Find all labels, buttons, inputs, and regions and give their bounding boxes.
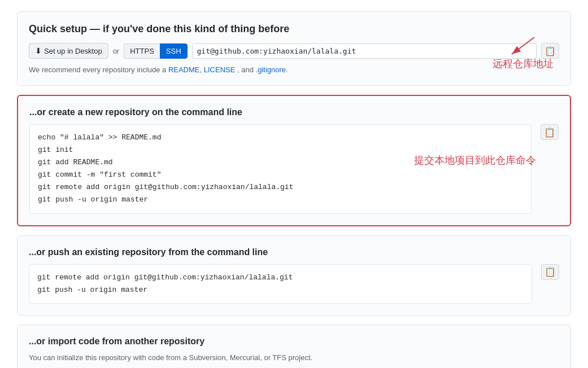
copy-push-button[interactable]: 📋	[541, 264, 559, 280]
create-new-title: ...or create a new repository on the com…	[29, 107, 559, 117]
repo-url-input[interactable]	[192, 43, 537, 59]
push-existing-title: ...or push an existing repository from t…	[29, 247, 559, 257]
svg-line-1	[512, 37, 534, 54]
url-row: ⬇ Set up in Desktop or HTTPS SSH 📋	[29, 43, 559, 59]
import-code-section: ...or import code from another repositor…	[17, 325, 571, 368]
clipboard-icon-2: 📋	[544, 127, 555, 138]
annotation-label: 远程仓库地址	[493, 57, 554, 71]
copy-push-area: 📋	[541, 264, 559, 280]
recommend-text: We recommend every repository include a …	[29, 65, 559, 74]
import-description: You can initialize this repository with …	[29, 353, 559, 362]
clipboard-icon-3: 📋	[545, 266, 556, 277]
push-existing-body: git remote add origin git@github.com:yiz…	[29, 264, 559, 304]
readme-link[interactable]: README	[168, 65, 200, 74]
remote-url-annotation: 远程仓库地址	[493, 34, 554, 71]
https-button[interactable]: HTTPS	[124, 43, 160, 59]
push-existing-code: git remote add origin git@github.com:yiz…	[29, 264, 532, 304]
create-new-section: ...or create a new repository on the com…	[17, 95, 571, 226]
quick-setup-title: Quick setup — if you've done this kind o…	[29, 23, 559, 35]
desktop-label: Set up in Desktop	[44, 47, 102, 55]
copy-create-button[interactable]: 📋	[541, 124, 559, 140]
import-code-title: ...or import code from another repositor…	[29, 336, 559, 347]
desktop-icon: ⬇	[35, 46, 42, 55]
create-new-body: echo "# lalala" >> README.md git init gi…	[29, 124, 559, 214]
ssh-button[interactable]: SSH	[160, 43, 188, 59]
quick-setup-section: Quick setup — if you've done this kind o…	[17, 11, 571, 86]
desktop-button[interactable]: ⬇ Set up in Desktop	[29, 43, 108, 59]
push-existing-section: ...or push an existing repository from t…	[17, 235, 571, 316]
gitignore-link[interactable]: .gitignore	[256, 65, 286, 74]
create-new-code-area: echo "# lalala" >> README.md git init gi…	[29, 124, 532, 214]
copy-create-area: 📋	[541, 124, 559, 140]
create-new-annotation: 提交本地项目到此仓库命令	[414, 154, 536, 167]
or-text: or	[113, 47, 120, 55]
push-existing-code-area: git remote add origin git@github.com:yiz…	[29, 264, 532, 304]
protocol-toggle: HTTPS SSH	[124, 43, 187, 59]
create-new-code: echo "# lalala" >> README.md git init gi…	[29, 124, 532, 214]
license-link[interactable]: LICENSE	[204, 65, 236, 74]
